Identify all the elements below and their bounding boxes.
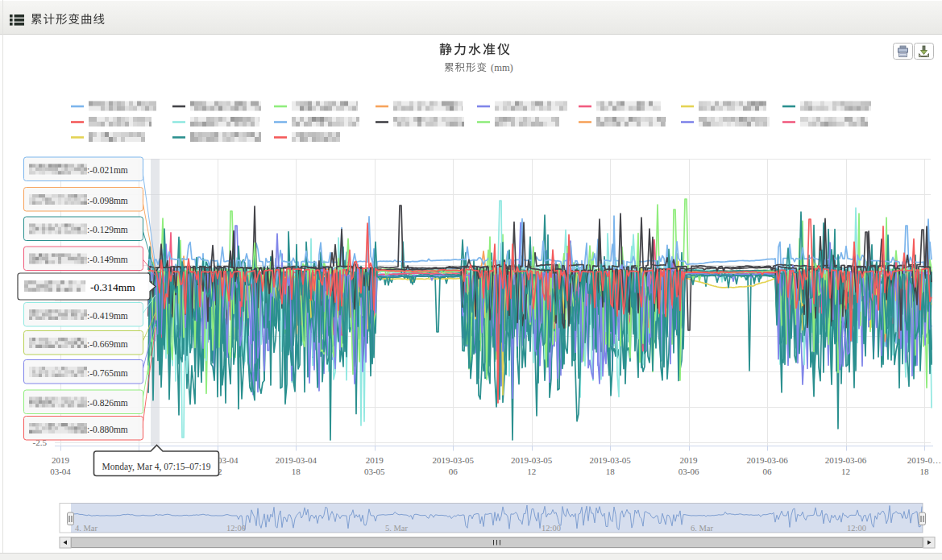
svg-text:2019-0…: 2019-0…	[907, 455, 941, 465]
svg-text::-0.149mm: :-0.149mm	[87, 255, 128, 264]
svg-text:18: 18	[606, 467, 616, 476]
svg-text:2019: 2019	[680, 455, 699, 465]
svg-text:2019-03-05: 2019-03-05	[511, 455, 553, 465]
svg-text:06: 06	[763, 467, 773, 476]
svg-text::-0.669mm: :-0.669mm	[87, 339, 128, 349]
svg-text::-0.826mm: :-0.826mm	[87, 398, 128, 408]
svg-text:12: 12	[527, 467, 536, 476]
svg-text:03-05: 03-05	[364, 467, 385, 476]
svg-text::-0.880mm: :-0.880mm	[87, 425, 128, 434]
svg-text:-0.314mm: -0.314mm	[90, 281, 135, 293]
svg-text::-0.021mm: :-0.021mm	[87, 165, 128, 175]
svg-text:Monday, Mar 4, 07:15–07:19: Monday, Mar 4, 07:15–07:19	[102, 462, 210, 472]
svg-text:12:00: 12:00	[847, 524, 866, 533]
svg-text:12:00: 12:00	[226, 524, 246, 533]
svg-text:(mm): (mm)	[491, 62, 513, 73]
svg-text:18: 18	[919, 467, 929, 476]
svg-text:2019-03-06: 2019-03-06	[825, 455, 867, 465]
svg-text:12:00: 12:00	[542, 524, 561, 533]
svg-text::-0.129mm: :-0.129mm	[87, 225, 128, 234]
svg-text:2019: 2019	[366, 455, 384, 465]
svg-text:6. Mar: 6. Mar	[691, 524, 713, 533]
svg-text::-0.419mm: :-0.419mm	[87, 311, 128, 321]
svg-text:03-04: 03-04	[50, 467, 71, 476]
svg-text:2019: 2019	[52, 455, 70, 465]
svg-text::-0.765mm: :-0.765mm	[87, 368, 128, 378]
svg-text:2019-03-05: 2019-03-05	[433, 455, 475, 465]
svg-text:2019-03-06: 2019-03-06	[746, 455, 788, 465]
svg-text:06: 06	[449, 467, 459, 476]
svg-text:2019-03-04: 2019-03-04	[276, 455, 317, 465]
svg-text::-0.098mm: :-0.098mm	[87, 196, 128, 205]
svg-text:12: 12	[841, 467, 850, 476]
svg-text:2019-03-05: 2019-03-05	[589, 455, 631, 465]
svg-text:18: 18	[292, 467, 301, 476]
svg-text:5. Mar: 5. Mar	[385, 524, 408, 533]
svg-text:03-06: 03-06	[678, 467, 699, 476]
svg-text:4. Mar: 4. Mar	[75, 524, 98, 533]
